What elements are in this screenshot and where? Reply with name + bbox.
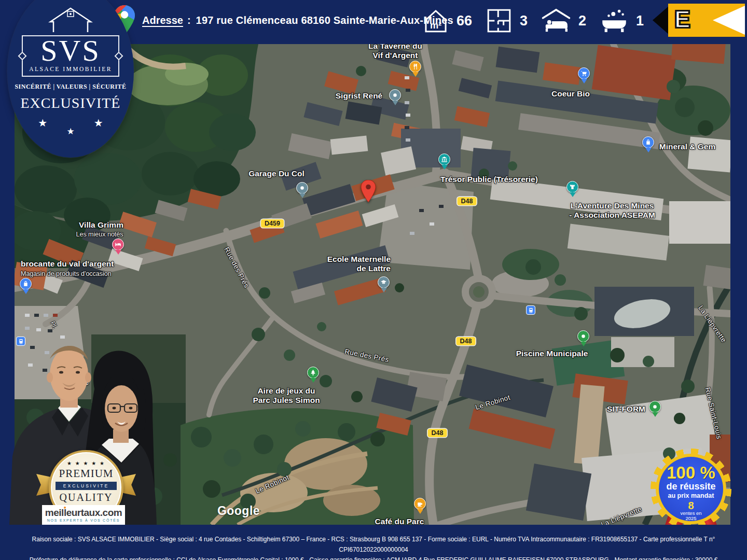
pin-sit-form	[649, 401, 661, 417]
energy-arrow-body: E	[668, 4, 745, 37]
premium-title: PREMIUM	[59, 467, 113, 480]
label-villa-grimm-sub: Les mieux notés	[76, 231, 123, 238]
floorplan-icon	[486, 7, 513, 34]
label-tresor-public: Trésor Public (Trésorerie)	[440, 175, 538, 184]
pin-sigrist-rene	[389, 89, 402, 105]
label-piscine-municipale: Piscine Municipale	[516, 349, 588, 358]
label-le-robinot-1: Le Robinot	[475, 393, 511, 411]
pin-brocante	[20, 278, 32, 294]
logo-values: SINCÉRITÉ | VALEURS | SÉCURITÉ	[15, 83, 126, 91]
house-icon	[48, 6, 93, 34]
meilleurtaux-brand: meilleurtaux.com	[45, 508, 122, 517]
stat-value: 66	[457, 13, 472, 29]
bath-icon	[600, 8, 629, 34]
road-badge-d48: D48	[458, 197, 477, 205]
pin-aire-de-jeux	[307, 367, 320, 383]
orange-dot-icon	[64, 507, 66, 509]
pin-garage-du-col	[296, 182, 309, 198]
stat-value: 2	[578, 13, 586, 29]
success-count: 8	[688, 500, 694, 511]
label-la-liepvrette-2: La Liépvrette	[600, 505, 643, 525]
stat-value: 1	[636, 13, 644, 29]
label-rue-saint-louis: Rue Saint-Louis	[703, 387, 723, 440]
road-badge-d459: D459	[261, 219, 284, 228]
footer-bar: Raison sociale : SVS ALSACE IMMOBILIER -…	[0, 525, 747, 560]
label-aire-de-jeux: Aire de jeux duParc Jules Simon	[253, 386, 320, 405]
premium-band: EXCLUSIVITE	[56, 482, 117, 490]
bus-stop-east	[526, 305, 535, 315]
success-line1: de réussite	[666, 482, 715, 492]
premium-subtitle: QUALITY	[60, 492, 113, 503]
pin-coeur-bio	[578, 67, 590, 83]
label-la-taverne: La Taverne duVif d'Argent	[368, 44, 422, 60]
pin-piscine-municipale	[577, 330, 590, 346]
logo-name: SVS	[29, 36, 112, 65]
label-brocante: brocante du val d'argent	[21, 259, 114, 269]
meilleurtaux-tagline: NOS EXPERTS À VOS CÔTÉS	[47, 519, 120, 522]
label-ecole-maternelle: Ecole Maternellede Lattre	[327, 255, 391, 273]
success-year: 2025	[685, 516, 696, 521]
address-value: 197 rue Clémenceau 68160 Sainte-Marie-Au…	[196, 15, 453, 26]
success-line2: au prix mandat	[668, 493, 714, 500]
label-sigrist-rene: Sigrist René	[336, 91, 382, 101]
label-villa-grimm: Villa Grimm	[79, 220, 123, 230]
stat-pieces: 3	[486, 7, 528, 34]
stat-salles-de-bain: 1	[600, 8, 644, 34]
address: Adresse : 197 rue Clémenceau 68160 Saint…	[142, 0, 453, 40]
property-stats: m²66321	[422, 0, 657, 41]
road-badge-d48: D48	[457, 337, 476, 345]
label-la-liepvrette-1: La Liépvrette	[697, 304, 728, 344]
bed-icon	[541, 8, 571, 34]
road-badge-d48: D48	[428, 429, 447, 437]
meilleurtaux-logo: meilleurtaux.com NOS EXPERTS À VOS CÔTÉS	[42, 505, 125, 525]
label-mineral-gem: Mineral & Gem	[659, 142, 716, 151]
address-label: Adresse	[142, 15, 183, 26]
footer-line2: Préfecture de délivrance de la carte pro…	[0, 555, 747, 560]
pin-property	[361, 180, 376, 203]
label-rue-des-pres-1: Rue des Prés	[223, 246, 251, 289]
footer-line1: Raison sociale : SVS ALSACE IMMOBILIER -…	[0, 534, 747, 555]
logo-frame: SVS ALSACE IMMOBILIER	[22, 35, 119, 77]
rosette-disc: 100 % de réussite au prix mandat 8 vente…	[659, 457, 723, 521]
pin-tresor-public	[438, 153, 451, 170]
energy-arrow-notch	[713, 6, 745, 35]
real-estate-listing: La Taverne duVif d'ArgentSigrist RenéCoe…	[0, 0, 747, 560]
google-watermark: Google	[217, 504, 260, 517]
success-percent: 100 %	[667, 464, 715, 481]
logo-star-single: ★	[66, 126, 74, 137]
stat-chambres: 2	[541, 8, 586, 34]
pin-mineral-gem	[642, 136, 655, 152]
stat-value: 3	[520, 13, 528, 29]
label-aventure-mines: L'Aventure Des Mines- Association ASEPAM	[569, 201, 655, 220]
label-brocante-sub: Magasin de produits d'occasion	[21, 270, 112, 277]
label-coeur-bio: Coeur Bio	[551, 89, 590, 99]
energy-rating-letter: E	[674, 5, 690, 33]
logo-subtitle: ALSACE IMMOBILIER	[29, 66, 112, 72]
svg-text:m²: m²	[430, 20, 441, 31]
stat-surface: m²66	[422, 7, 472, 35]
pin-la-taverne	[409, 61, 422, 77]
address-colon: :	[187, 15, 191, 26]
premium-stars: ★ ★ ★ ★ ★	[67, 460, 105, 466]
label-rue-des-pres-2: Rue des Prés	[344, 347, 390, 364]
energy-rating-arrow: E	[653, 4, 745, 37]
pin-villa-grimm	[112, 239, 125, 255]
area-m2-icon: m²	[422, 7, 449, 35]
pin-cafe-du-parc	[414, 498, 426, 514]
pin-aventure-mines	[566, 181, 579, 197]
label-sit-form: SIT-FORM	[607, 404, 645, 414]
label-le-robinot-2: Le Robinot	[254, 473, 290, 495]
success-rosette-badge: 100 % de réussite au prix mandat 8 vente…	[649, 447, 732, 535]
label-cafe-du-parc: Café du Parc	[375, 517, 424, 525]
logo-banner: EXCLUSIVITÉ	[21, 95, 121, 111]
label-garage-du-col: Garage Du Col	[248, 169, 305, 178]
energy-arrow-tip	[653, 6, 669, 35]
pin-ecole-maternelle	[378, 276, 390, 292]
